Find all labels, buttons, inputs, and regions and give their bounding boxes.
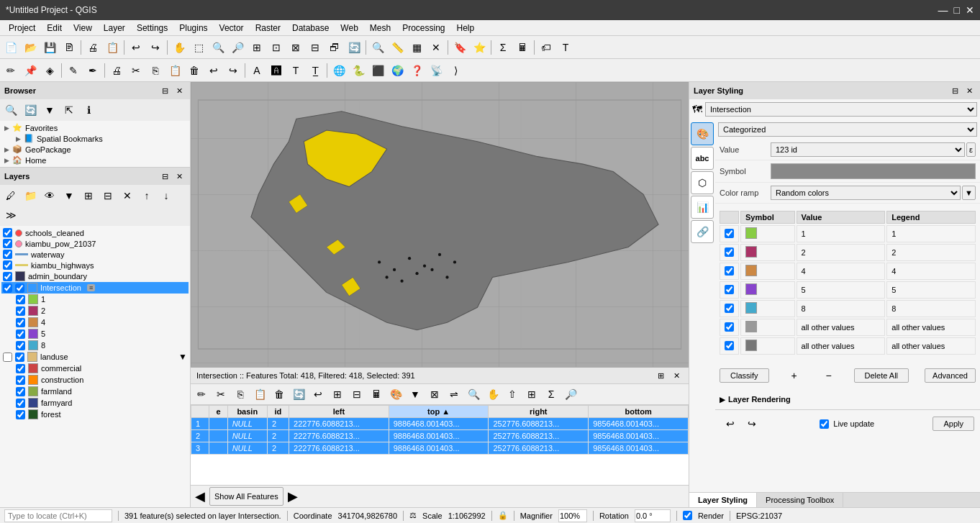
class-other1-check[interactable] (725, 322, 734, 332)
apply-btn[interactable]: Apply (933, 417, 974, 431)
class-row-other1[interactable]: all other values all other values (720, 319, 976, 336)
attr-filter-btn[interactable]: ▼ (406, 385, 425, 404)
plugins-btn[interactable]: ⬛ (368, 61, 387, 80)
browser-collapse-btn[interactable]: ⊟ (158, 84, 171, 97)
edit-btn[interactable]: ✏ (1, 61, 20, 80)
layer-landuse-checkbox2[interactable] (15, 353, 24, 362)
class-5-check[interactable] (725, 285, 734, 294)
browser-geopackage[interactable]: ▶ 📦 GeoPackage (1, 144, 189, 155)
undo-style-btn[interactable]: ↩ (721, 414, 740, 433)
layer-kiambu-pow-checkbox[interactable] (3, 239, 12, 248)
new-project-btn[interactable]: 📄 (1, 38, 20, 57)
class-4-check[interactable] (725, 266, 734, 276)
layer-item-admin-boundary[interactable]: admin_boundary (1, 270, 189, 282)
layer-selector-dropdown[interactable]: Intersection (705, 102, 977, 117)
print-layout-btn[interactable]: 🖨 (83, 38, 102, 57)
attr-delete-selected-btn[interactable]: 🗑 (270, 385, 289, 404)
attr-table-close-btn[interactable]: ✕ (670, 369, 683, 382)
layer-intersection-checkbox2[interactable] (15, 283, 24, 293)
identify-btn[interactable]: 🔍 (368, 38, 387, 57)
sub-layer-1[interactable]: 1 (1, 294, 189, 305)
paste-btn[interactable]: 📋 (165, 61, 184, 80)
tab-layer-styling[interactable]: Layer Styling (689, 493, 757, 507)
col-id[interactable]: id (267, 406, 289, 418)
layer-item-kiambu-pow[interactable]: kiambu_pow_21037 (1, 238, 189, 249)
layer-waterway-checkbox[interactable] (3, 250, 12, 259)
attr-edit-btn[interactable]: ✏ (192, 385, 211, 404)
attr-remove-column-btn[interactable]: ⊟ (348, 385, 366, 404)
layer-styling-close-btn[interactable]: ✕ (963, 84, 976, 97)
sub-layer-farmland-checkbox[interactable] (16, 387, 25, 396)
epsilon-btn[interactable]: ε (966, 142, 976, 157)
menu-web[interactable]: Web (335, 23, 363, 33)
magnifier-input[interactable] (558, 509, 587, 522)
minimize-btn[interactable]: — (938, 4, 948, 16)
more-layers-btn[interactable]: ≫ (1, 206, 20, 224)
menu-edit[interactable]: Edit (41, 23, 68, 33)
browser-refresh-btn[interactable]: 🔄 (21, 101, 40, 119)
sub-layer-2-checkbox[interactable] (16, 306, 25, 316)
layer-item-kiambu-highways[interactable]: kiambu_highways (1, 260, 189, 270)
pan-map-btn[interactable]: ✋ (170, 38, 189, 57)
menu-mesh[interactable]: Mesh (364, 23, 396, 33)
delete-all-btn[interactable]: Delete All (854, 368, 909, 383)
menu-database[interactable]: Database (286, 23, 335, 33)
new-spatial-bookmark-btn[interactable]: ⭐ (470, 38, 489, 57)
sub-layer-4[interactable]: 4 (1, 317, 189, 328)
attr-table-data[interactable]: e basin id left top ▲ right bottom 1 (191, 405, 689, 485)
sub-layer-commercial[interactable]: commercial (1, 363, 189, 374)
layer-schools-cleaned-checkbox[interactable] (3, 228, 12, 237)
help-btn[interactable]: ❓ (407, 61, 426, 80)
layer-styling-collapse-btn[interactable]: ⊟ (948, 84, 961, 97)
col-top[interactable]: top ▲ (389, 406, 489, 418)
styling-source-btn[interactable]: 🔗 (691, 220, 714, 243)
menu-view[interactable]: View (68, 23, 98, 33)
attr-statistics-btn[interactable]: Σ (542, 385, 561, 404)
undo-btn[interactable]: ↩ (127, 38, 145, 57)
refresh-btn[interactable]: 🔄 (345, 38, 363, 57)
diagrams-btn[interactable]: T (556, 38, 575, 57)
advanced-btn[interactable]: Advanced (925, 368, 976, 383)
table-row[interactable]: 2 NULL 2 222776.6088213... 9886468.00140… (191, 430, 689, 442)
sub-layer-farmyard-checkbox[interactable] (16, 399, 25, 408)
live-update-checkbox[interactable] (820, 419, 829, 429)
attr-copy-btn[interactable]: ⎘ (231, 385, 250, 404)
sub-layer-forest-checkbox[interactable] (16, 410, 25, 419)
measure-btn[interactable]: 📏 (388, 38, 407, 57)
sub-layer-forest[interactable]: forest (1, 409, 189, 420)
calculator-btn[interactable]: 🖩 (513, 38, 532, 57)
more-btn[interactable]: ⟩ (446, 61, 465, 80)
color-ramp-edit-btn[interactable]: ▼ (962, 186, 976, 200)
layer-admin-boundary-checkbox[interactable] (3, 272, 12, 281)
layers-close-btn[interactable]: ✕ (173, 170, 186, 183)
browser-search-btn[interactable]: 🔍 (1, 101, 20, 119)
locate-input[interactable] (4, 509, 112, 522)
sub-layer-farmland[interactable]: farmland (1, 386, 189, 397)
attr-zoom-selected-btn[interactable]: 🔎 (561, 385, 580, 404)
collapse-all-btn[interactable]: ⊟ (99, 186, 117, 205)
sub-layer-4-checkbox[interactable] (16, 318, 25, 327)
menu-layer[interactable]: Layer (98, 23, 131, 33)
attr-undo-btn[interactable]: ↩ (309, 385, 327, 404)
spatial-bookmarks-btn[interactable]: 🔖 (450, 38, 469, 57)
map-area[interactable] (191, 82, 689, 367)
node-btn[interactable]: ◈ (40, 61, 59, 80)
format-btn[interactable]: T̲ (306, 61, 325, 80)
col-bottom[interactable]: bottom (589, 406, 689, 418)
browser-properties-btn[interactable]: ℹ (79, 101, 98, 119)
select-rect-btn[interactable]: ▦ (407, 38, 426, 57)
styling-abc-btn[interactable]: abc (691, 147, 714, 170)
browser-filter-btn[interactable]: ▼ (40, 101, 59, 119)
layer-intersection-checkbox[interactable] (3, 283, 12, 293)
table-row[interactable]: 1 NULL 2 222776.6088213... 9886468.00140… (191, 418, 689, 430)
pencil-btn[interactable]: ✎ (64, 61, 83, 80)
browser-spatial-bookmarks[interactable]: ▶ 📘 Spatial Bookmarks (1, 133, 189, 144)
sub-layer-5-checkbox[interactable] (16, 329, 25, 339)
class-row-4[interactable]: 4 4 (720, 263, 976, 280)
class-row-1[interactable]: 1 1 (720, 225, 976, 242)
add-class-btn[interactable]: + (785, 366, 804, 385)
menu-project[interactable]: Project (3, 23, 41, 33)
attr-paste-btn[interactable]: 📋 (250, 385, 269, 404)
draw-btn[interactable]: ✒ (83, 61, 102, 80)
digitize-btn[interactable]: 📌 (21, 61, 40, 80)
